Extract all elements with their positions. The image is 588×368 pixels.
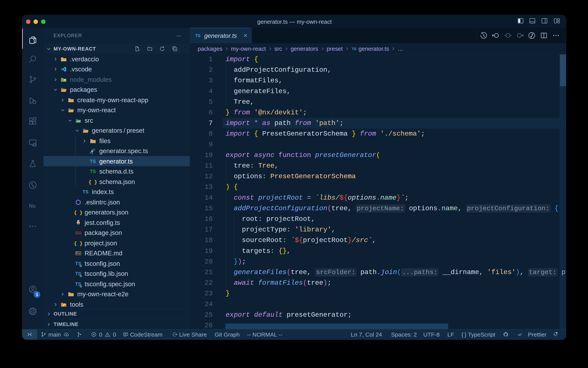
svg-text:TS: TS [195, 33, 200, 38]
svg-text:{ }: { } [89, 180, 97, 185]
svg-text:TS: TS [83, 189, 89, 194]
svg-text:{ }: { } [74, 241, 82, 246]
svg-text:TS: TS [90, 151, 93, 155]
svg-text:≥: ≥ [33, 203, 36, 209]
svg-text:N: N [29, 203, 33, 209]
svg-text:npm: npm [76, 232, 80, 234]
svg-text:{ }: { } [74, 210, 82, 215]
svg-text:JS: JS [64, 79, 66, 81]
svg-text:TS: TS [90, 159, 96, 164]
svg-text:TS: TS [352, 47, 356, 51]
svg-text:TS: TS [90, 169, 96, 174]
svg-text:</>: </> [77, 120, 80, 123]
